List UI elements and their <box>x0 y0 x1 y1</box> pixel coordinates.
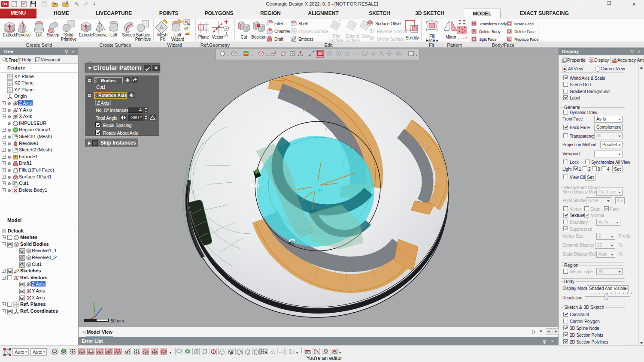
svg-text:50 mm: 50 mm <box>111 319 124 323</box>
svg-text:360 °: 360 ° <box>250 183 262 189</box>
